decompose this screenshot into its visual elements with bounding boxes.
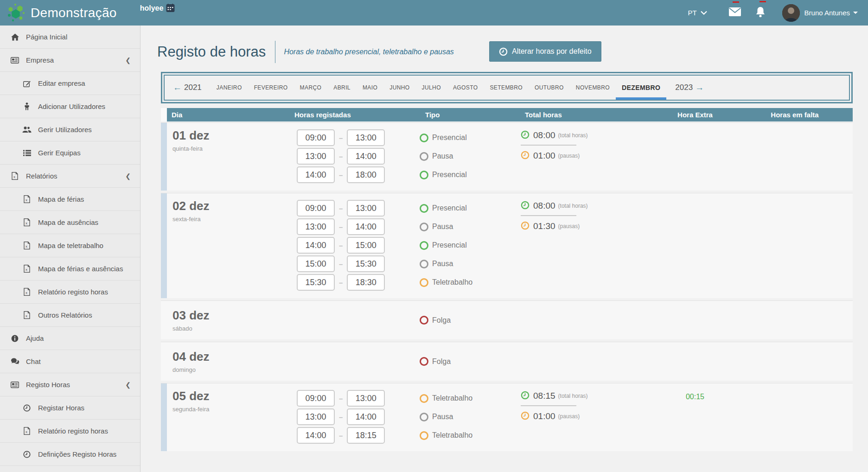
- sidebar-item-ajuda[interactable]: Ajuda: [0, 327, 140, 350]
- file-excel-icon: x: [22, 218, 32, 226]
- time-from-input[interactable]: [297, 148, 335, 165]
- time-from-input[interactable]: [297, 255, 335, 272]
- notifications-button[interactable]: [755, 6, 766, 19]
- type-ring-icon: [420, 134, 428, 142]
- month-tab-outubro[interactable]: OUTUBRO: [529, 76, 570, 100]
- column-header-extra: Hora Extra: [653, 108, 737, 121]
- sidebar-item-mapa-de-teletrabalho[interactable]: xMapa de teletrabalho: [0, 234, 140, 257]
- chevron-down-icon: [701, 11, 707, 15]
- time-to-input[interactable]: [347, 129, 385, 146]
- time-to-input[interactable]: [347, 408, 385, 425]
- sidebar-item-label: Mapa de ausências: [38, 218, 98, 226]
- sidebar-item-label: Mapa de teletrabalho: [38, 242, 103, 249]
- svg-text:x: x: [13, 175, 15, 179]
- sidebar-item-chat[interactable]: Chat: [0, 350, 140, 373]
- language-selector[interactable]: PT: [688, 9, 707, 17]
- page-header: Registo de horas Horas de trabalho prese…: [157, 37, 868, 67]
- month-selector-inner: ← 2021 JANEIROFEVEREIROMARÇOABRILMAIOJUN…: [164, 75, 850, 101]
- sidebar-item-mapa-de-f-rias[interactable]: xMapa de férias: [0, 188, 140, 211]
- month-tab-abril[interactable]: ABRIL: [327, 76, 357, 100]
- sidebar-item-mapa-de-aus-ncias[interactable]: xMapa de ausências: [0, 211, 140, 234]
- month-tab-agosto[interactable]: AGOSTO: [447, 76, 484, 100]
- time-to-input[interactable]: [347, 255, 385, 272]
- time-to-input[interactable]: [347, 148, 385, 165]
- time-from-input[interactable]: [297, 390, 335, 407]
- entry-type: Pausa: [403, 408, 507, 426]
- messages-button[interactable]: [728, 7, 741, 19]
- time-from-input[interactable]: [297, 237, 335, 254]
- month-tab-novembro[interactable]: NOVEMBRO: [570, 76, 616, 100]
- day-cell: 03 dezsábado: [167, 301, 281, 339]
- previous-year-link[interactable]: ← 2021: [166, 76, 211, 100]
- time-from-input[interactable]: [297, 166, 335, 183]
- time-to-input[interactable]: [347, 166, 385, 183]
- sidebar-item-editar-empresa[interactable]: Editar empresa: [0, 72, 140, 95]
- month-tab-setembro[interactable]: SETEMBRO: [484, 76, 529, 100]
- sidebar-item-label: Mapa de férias e ausências: [38, 265, 123, 273]
- sidebar-item-defini-es-registo-horas[interactable]: Definições Registo Horas: [0, 443, 140, 466]
- pauses-suffix: (pausas): [558, 223, 580, 230]
- sidebar-item-gerir-utilizadores[interactable]: Gerir Utilizadores: [0, 118, 140, 141]
- time-to-input[interactable]: [347, 390, 385, 407]
- sidebar-item-relat-rio-registo-horas[interactable]: xRelatório registo horas: [0, 281, 140, 304]
- month-tab-junho[interactable]: JUNHO: [383, 76, 415, 100]
- column-header-tipo: Tipo: [403, 108, 507, 121]
- month-tab-maio[interactable]: MAIO: [357, 76, 383, 100]
- time-from-input[interactable]: [297, 274, 335, 291]
- sidebar-item-label: Mapa de férias: [38, 195, 84, 203]
- sidebar-item-mapa-de-f-rias-e-aus-ncias[interactable]: xMapa de férias e ausências: [0, 257, 140, 281]
- time-to-input[interactable]: [347, 427, 385, 444]
- envelope-icon: [728, 7, 741, 17]
- time-to-input[interactable]: [347, 274, 385, 291]
- svg-text:x: x: [26, 268, 27, 272]
- table-row-day-01-dez: 01 dezquinta-feira–––PresencialPausaPres…: [161, 122, 853, 191]
- total-underline: [521, 145, 576, 146]
- column-header-horas: Horas registadas: [281, 108, 403, 121]
- user-menu[interactable]: Bruno Antunes: [804, 9, 858, 17]
- home-icon: [10, 33, 19, 41]
- sidebar-item-registar-horas[interactable]: Registar Horas: [0, 396, 140, 420]
- type-ring-icon: [420, 241, 428, 250]
- total-underline: [521, 215, 576, 216]
- sidebar-item-p-gina-inicial[interactable]: Página Inicial: [0, 26, 140, 49]
- svg-text:x: x: [26, 314, 27, 318]
- month-tab-dezembro[interactable]: DEZEMBRO: [616, 76, 666, 100]
- time-from-input[interactable]: [297, 218, 335, 235]
- month-tab-fevereiro[interactable]: FEVEREIRO: [248, 76, 294, 100]
- main-content: Registo de horas Horas de trabalho prese…: [140, 26, 868, 472]
- change-default-hours-button[interactable]: Alterar horas por defeito: [489, 41, 601, 62]
- sidebar-item-gerir-equipas[interactable]: Gerir Equipas: [0, 141, 140, 165]
- day-weekday: segunda-feira: [167, 406, 281, 413]
- row-gutter: [161, 123, 167, 191]
- sidebar-item-registo-horas[interactable]: Registo Horas❮: [0, 373, 140, 396]
- next-year-link[interactable]: 2023 →: [666, 76, 710, 100]
- time-from-input[interactable]: [297, 427, 335, 444]
- pauses-suffix: (pausas): [558, 153, 580, 159]
- user-name: Bruno Antunes: [804, 9, 850, 17]
- clock-green-icon: [521, 201, 530, 211]
- time-from-input[interactable]: [297, 408, 335, 425]
- month-tab-janeiro[interactable]: JANEIRO: [211, 76, 248, 100]
- sidebar-item-outros-relat-rios[interactable]: xOutros Relatórios: [0, 304, 140, 327]
- time-from-input[interactable]: [297, 200, 335, 217]
- type-cell: PresencialPausaPresencial: [403, 123, 507, 191]
- sidebar-item-empresa[interactable]: Empresa❮: [0, 49, 140, 72]
- month-tab-julho[interactable]: JULHO: [416, 76, 447, 100]
- page-title: Registo de horas: [157, 44, 266, 60]
- chevron-left-icon: ❮: [125, 57, 131, 64]
- time-to-input[interactable]: [347, 200, 385, 217]
- time-entry: –: [281, 426, 403, 445]
- sidebar-item-relat-rio-registo-horas[interactable]: xRelatório registo horas: [0, 420, 140, 443]
- month-tab-março[interactable]: MARÇO: [294, 76, 328, 100]
- sidebar-item-adicionar-utilizadores[interactable]: Adicionar Utilizadores: [0, 95, 140, 118]
- time-from-input[interactable]: [297, 129, 335, 146]
- avatar[interactable]: [782, 4, 800, 22]
- clock-orange-icon: [521, 151, 530, 161]
- total-hours-suffix: (total horas): [558, 393, 588, 399]
- table-header-gutter: [161, 108, 167, 121]
- chevron-left-icon: ❮: [125, 172, 131, 180]
- time-entry: –: [281, 255, 403, 273]
- time-to-input[interactable]: [347, 237, 385, 254]
- sidebar-item-relat-rios[interactable]: xRelatórios❮: [0, 165, 140, 188]
- time-to-input[interactable]: [347, 218, 385, 235]
